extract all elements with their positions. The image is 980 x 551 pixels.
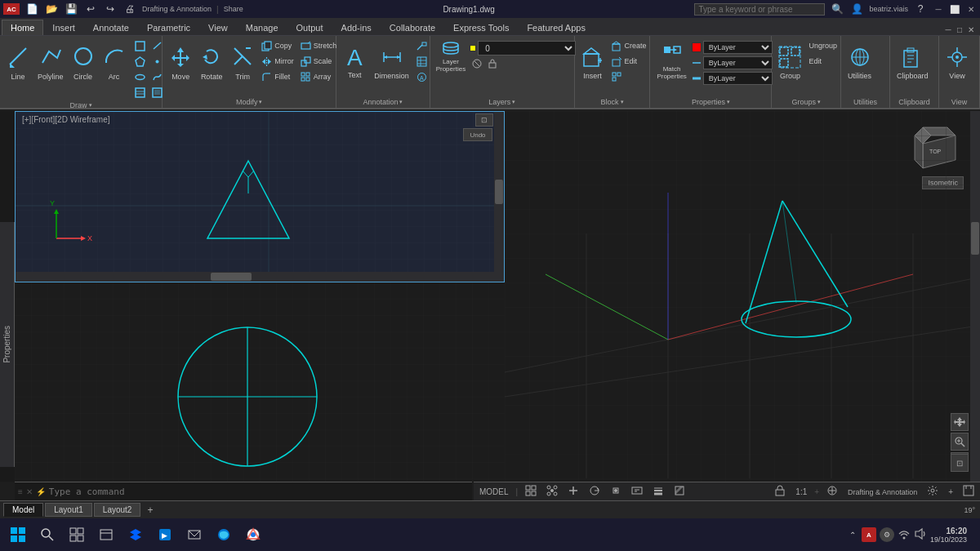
grid-display-btn[interactable]	[523, 485, 539, 498]
properties-side-panel[interactable]: Properties	[0, 222, 15, 467]
draw-polygon-btn[interactable]	[132, 54, 148, 69]
qat-new[interactable]: 📄	[24, 2, 39, 16]
text-btn[interactable]: A Text	[340, 38, 369, 87]
taskbar-edge-btn[interactable]	[209, 520, 238, 549]
tab-express-tools[interactable]: Express Tools	[444, 20, 518, 35]
group-edit-btn[interactable]: Edit	[806, 54, 840, 69]
autocad-tray-icon[interactable]: A	[862, 527, 876, 542]
polyline-btn[interactable]: Polyline	[34, 38, 67, 87]
qat-save[interactable]: 💾	[64, 2, 78, 16]
linetype-select[interactable]: ByLayer	[703, 56, 773, 69]
tab-parametric[interactable]: Parametric	[138, 20, 199, 35]
fullscreen-btn[interactable]: ⊡	[951, 454, 969, 472]
viewport-maximize-btn[interactable]: ⊡	[475, 113, 493, 127]
move-btn[interactable]: Move	[166, 38, 195, 87]
layer-select[interactable]: 0	[478, 41, 576, 56]
line-btn[interactable]: Line	[3, 38, 33, 87]
taskbar-mail-btn[interactable]	[180, 520, 209, 549]
block-palette-btn[interactable]	[609, 69, 649, 84]
draw-hatch-btn[interactable]	[132, 85, 148, 100]
workspace-status-btn[interactable]: Drafting & Annotation	[845, 487, 920, 496]
tab-addins[interactable]: Add-ins	[332, 20, 381, 35]
fillet-btn[interactable]: Fillet	[259, 69, 296, 84]
lock-layer-btn[interactable]	[485, 56, 500, 71]
taskbar-dropbox-btn[interactable]	[121, 520, 150, 549]
tab-home[interactable]: Home	[2, 20, 43, 35]
circle-btn[interactable]: Circle	[69, 38, 98, 87]
tab-layout1[interactable]: Layout1	[45, 503, 92, 517]
scale-btn[interactable]: Scale	[298, 54, 340, 69]
rotate-btn[interactable]: Rotate	[197, 38, 226, 87]
help-icon[interactable]: ?	[913, 2, 928, 16]
taskbar-files-btn[interactable]	[91, 520, 121, 549]
volume-icon[interactable]	[914, 527, 927, 542]
edit-block-btn[interactable]: Edit	[609, 54, 649, 69]
transparency-btn[interactable]	[671, 485, 688, 498]
mirror-btn[interactable]: Mirror	[259, 54, 296, 69]
tray-icons[interactable]: ⌃	[847, 531, 858, 540]
command-input[interactable]	[49, 487, 469, 497]
start-btn[interactable]	[3, 520, 33, 549]
draw-expand-icon[interactable]: ▾	[89, 102, 92, 109]
table-btn[interactable]	[414, 54, 430, 69]
ribbon-close-btn[interactable]: ✕	[965, 24, 977, 35]
tab-annotate[interactable]: Annotate	[84, 20, 138, 35]
undo-small-btn[interactable]: Undo	[463, 128, 492, 141]
taskbar-chrome-btn[interactable]	[238, 520, 268, 549]
match-properties-btn[interactable]: MatchProperties	[653, 40, 689, 86]
polar-btn[interactable]	[586, 485, 603, 498]
close-btn[interactable]: ✕	[965, 3, 977, 15]
modify-expand-icon[interactable]: ▾	[259, 99, 262, 105]
layers-expand-icon[interactable]: ▾	[512, 99, 515, 105]
stretch-btn[interactable]: Stretch	[298, 38, 340, 53]
dimension-btn[interactable]: Dimension	[371, 38, 412, 87]
ungroup-btn[interactable]: Ungroup	[806, 38, 840, 53]
model-space-btn[interactable]: MODEL	[477, 487, 511, 496]
snap-btn[interactable]	[544, 485, 560, 498]
settings-btn[interactable]	[924, 485, 941, 498]
draw-ellipse-btn[interactable]	[132, 69, 148, 84]
scroll-v-3d[interactable]	[970, 111, 980, 482]
qat-plot[interactable]: 🖨	[122, 2, 137, 16]
zoom-btn[interactable]	[951, 433, 969, 451]
array-btn[interactable]: Array	[298, 69, 340, 84]
share-btn[interactable]: Share	[224, 5, 243, 13]
dyn-input-btn[interactable]	[629, 485, 645, 498]
full-screen-btn[interactable]	[960, 485, 977, 498]
freeze-layer-btn[interactable]	[470, 56, 484, 71]
group-btn[interactable]: Group	[775, 38, 804, 87]
properties-expand-icon[interactable]: ▾	[727, 99, 730, 105]
tab-output[interactable]: Output	[287, 20, 332, 35]
add-layout-btn[interactable]: +	[142, 503, 158, 518]
scroll-v-front[interactable]	[494, 112, 504, 282]
search-input[interactable]	[694, 3, 825, 16]
viewport-3d[interactable]: TOP Isometric	[505, 111, 980, 482]
lock-ucs-btn[interactable]	[772, 485, 788, 498]
create-block-btn[interactable]: Create	[609, 38, 649, 53]
block-expand-icon[interactable]: ▾	[621, 99, 624, 105]
viewport-front[interactable]: [+][Front][2D Wireframe] ⊡ Undo	[15, 111, 505, 282]
clipboard-btn[interactable]: Clipboard	[893, 38, 932, 87]
osnap-btn[interactable]	[608, 485, 624, 498]
add-statusbar-btn[interactable]: +	[946, 487, 956, 496]
tab-view[interactable]: View	[199, 20, 237, 35]
ortho-btn[interactable]	[565, 485, 581, 498]
tab-manage[interactable]: Manage	[237, 20, 287, 35]
tray-icon-2[interactable]: ⚙	[880, 527, 894, 542]
lineweight-select[interactable]: ByLayer	[703, 72, 773, 85]
pan-btn[interactable]	[951, 413, 969, 431]
ribbon-minimize-btn[interactable]: ─	[942, 24, 954, 35]
tab-featured-apps[interactable]: Featured Apps	[518, 20, 595, 35]
mark-btn[interactable]: A	[414, 69, 430, 84]
task-view-btn[interactable]	[62, 520, 91, 549]
search-icon[interactable]: 🔍	[830, 2, 844, 16]
tab-insert[interactable]: Insert	[43, 20, 84, 35]
trim-btn[interactable]: Trim	[228, 38, 257, 87]
user-icon[interactable]: 👤	[849, 2, 864, 16]
color-select[interactable]: ByLayer	[703, 41, 773, 54]
minimize-btn[interactable]: ─	[933, 3, 944, 15]
taskbar-search-btn[interactable]	[33, 520, 62, 549]
copy-btn[interactable]: Copy	[259, 38, 296, 53]
utilities-btn[interactable]: Utilities	[844, 38, 875, 87]
view-btn[interactable]: View	[942, 38, 972, 87]
